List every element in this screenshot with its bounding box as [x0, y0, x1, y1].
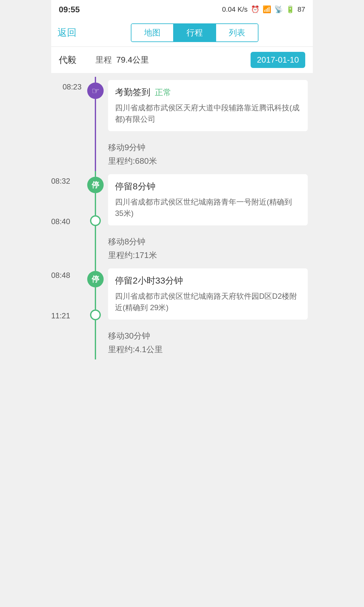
mileage-value: 79.4公里: [116, 54, 149, 65]
event-content-0832: 停留8分钟 四川省成都市武侯区世纪城南路青年一号附近(精确到 35米): [105, 171, 313, 232]
timeline: 08:23 ☞ 考勤签到 正常 四川省成都市武侯区天府大道中段辅路靠近腾讯科技(…: [51, 77, 313, 372]
spine-move-2: [86, 232, 105, 265]
stop-node-0848: 停: [87, 271, 104, 287]
event-address-0848: 四川省成都市武侯区世纪城南路天府软件园D区D2楼附近(精确到 29米): [115, 291, 301, 313]
event-card-0832: 停留8分钟 四川省成都市武侯区世纪城南路青年一号附近(精确到 35米): [108, 174, 308, 225]
event-content-0823: 考勤签到 正常 四川省成都市武侯区天府大道中段辅路靠近腾讯科技(成都)有限公司: [105, 77, 313, 138]
move-content-3: 移动30分钟 里程约:4.1公里: [105, 326, 313, 359]
signal-icon: 📡: [274, 5, 283, 14]
move-duration-1: 移动9分钟: [108, 142, 308, 153]
spine-0823: ☞: [86, 77, 105, 138]
status-bar: 09:55 0.04 K/s ⏰ 📶 📡 🔋 87: [51, 0, 313, 19]
battery-icon: 🔋: [286, 5, 294, 14]
move-distance-3: 里程约:4.1公里: [108, 344, 308, 355]
time-label-0823: 08:23: [51, 77, 86, 138]
time-label-0848: 08:48: [51, 265, 82, 280]
time-label-0832: 08:32: [51, 171, 82, 186]
event-status-0823: 正常: [155, 87, 171, 98]
driver-name: 代毅: [59, 54, 76, 66]
move-content-2: 移动8分钟 里程约:171米: [105, 232, 313, 265]
tab-list[interactable]: 列表: [216, 24, 258, 41]
event-address-0823: 四川省成都市武侯区天府大道中段辅路靠近腾讯科技(成都)有限公司: [115, 102, 301, 125]
time-label-0840: 08:40: [51, 217, 82, 232]
move-duration-3: 移动30分钟: [108, 330, 308, 341]
event-title-text-0848: 停留2小时33分钟: [115, 275, 183, 287]
date-badge: 2017-01-10: [251, 52, 305, 68]
move-distance-2: 里程约:171米: [108, 250, 308, 261]
hollow-node-1121: [90, 310, 101, 320]
battery-level: 87: [298, 5, 305, 14]
move-duration-2: 移动8分钟: [108, 236, 308, 247]
mileage-label: 里程: [95, 54, 112, 65]
timeline-event-1: 08:23 ☞ 考勤签到 正常 四川省成都市武侯区天府大道中段辅路靠近腾讯科技(…: [51, 77, 313, 138]
event-title-text-0832: 停留8分钟: [115, 181, 155, 193]
header: 返回 地图 行程 列表: [51, 19, 313, 47]
clock-icon: ⏰: [251, 5, 259, 14]
time-col-0848: 08:48 11:21: [51, 265, 86, 326]
tab-map[interactable]: 地图: [131, 24, 174, 41]
back-button[interactable]: 返回: [58, 26, 76, 39]
move-content-1: 移动9分钟 里程约:680米: [105, 138, 313, 171]
event-content-0848: 停留2小时33分钟 四川省成都市武侯区世纪城南路天府软件园D区D2楼附近(精确到…: [105, 265, 313, 326]
status-speed: 0.04 K/s: [222, 5, 248, 14]
event-title-text-0823: 考勤签到: [115, 86, 150, 98]
spine-move-1: [86, 138, 105, 171]
status-icons: 0.04 K/s ⏰ 📶 📡 🔋 87: [222, 5, 305, 14]
event-address-0832: 四川省成都市武侯区世纪城南路青年一号附近(精确到 35米): [115, 196, 301, 219]
info-bar: 代毅 里程 79.4公里 2017-01-10: [51, 47, 313, 73]
wifi-icon: 📶: [263, 5, 271, 14]
spine-move-3: [86, 326, 105, 359]
time-col-0832: 08:32 08:40: [51, 171, 86, 232]
fingerprint-node: ☞: [87, 83, 104, 99]
status-time: 09:55: [59, 5, 80, 15]
event-card-0848: 停留2小时33分钟 四川省成都市武侯区世纪城南路天府软件园D区D2楼附近(精确到…: [108, 268, 308, 320]
timeline-event-2: 08:32 08:40 停 停留8分钟 四川省成都市武侯区世纪城南路青年一号附近…: [51, 171, 313, 232]
move-distance-1: 里程约:680米: [108, 156, 308, 167]
time-label-1121: 11:21: [51, 311, 82, 326]
timeline-move-2: 移动8分钟 里程约:171米: [51, 232, 313, 265]
tab-bar: 地图 行程 列表: [131, 23, 258, 42]
hollow-node-0840: [90, 215, 101, 226]
stop-node-0832: 停: [87, 177, 104, 193]
timeline-event-3: 08:48 11:21 停 停留2小时33分钟 四川省成都市武侯区世纪城南路天府…: [51, 265, 313, 326]
timeline-move-1: 移动9分钟 里程约:680米: [51, 138, 313, 171]
tab-trip[interactable]: 行程: [174, 24, 216, 41]
event-card-0823: 考勤签到 正常 四川省成都市武侯区天府大道中段辅路靠近腾讯科技(成都)有限公司: [108, 80, 308, 131]
spine-0832: 停: [86, 171, 105, 232]
spine-0848: 停: [86, 265, 105, 326]
timeline-move-3: 移动30分钟 里程约:4.1公里: [51, 326, 313, 359]
